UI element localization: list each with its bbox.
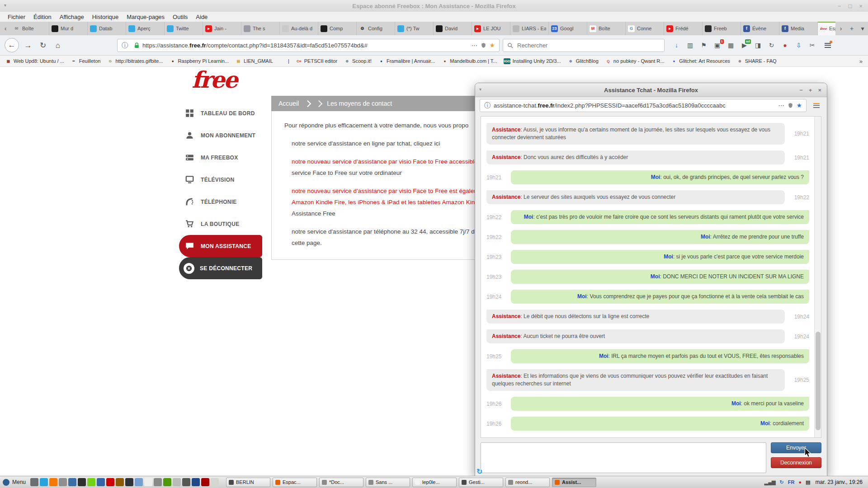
bookmark-item[interactable]: G http://bitrates.gifbite... bbox=[107, 58, 163, 64]
chat-window-titlebar[interactable]: ▾ Assistance Tchat - Mozilla Firefox − +… bbox=[475, 83, 827, 97]
bookmark-item[interactable]: ▤ LIEN_GMAIL bbox=[236, 58, 273, 64]
bookmarks-overflow-icon[interactable]: » bbox=[859, 58, 863, 65]
browser-tab[interactable]: Datab bbox=[88, 22, 126, 35]
toolbar-extension-icon[interactable]: ▦ bbox=[725, 39, 737, 52]
menu-item[interactable]: Affichage bbox=[56, 13, 88, 21]
browser-tab[interactable]: f Évène bbox=[741, 22, 779, 35]
shield-icon[interactable] bbox=[788, 103, 793, 108]
free-logo[interactable]: free bbox=[192, 69, 236, 91]
browser-tab[interactable]: free Esp × bbox=[818, 22, 835, 35]
browser-tab[interactable]: ▸ Jain - bbox=[203, 22, 241, 35]
toolbar-extension-icon[interactable]: ● bbox=[779, 39, 791, 52]
toolbar-extension-icon[interactable]: ⚑ bbox=[698, 39, 710, 52]
browser-tab[interactable]: M Boîte bbox=[587, 22, 626, 35]
close-icon[interactable]: × bbox=[818, 87, 821, 94]
send-button[interactable]: Envoyer bbox=[771, 442, 821, 453]
taskbar-app-icon[interactable] bbox=[78, 478, 86, 486]
taskbar-app-icon[interactable] bbox=[182, 478, 190, 486]
bookmark-item[interactable]: IGD Installing Unity 2D/3... bbox=[504, 58, 561, 64]
window-shade-icon[interactable]: ▾ bbox=[479, 87, 481, 92]
browser-tab[interactable]: Comp bbox=[318, 22, 357, 35]
site-info-icon[interactable]: ⓘ bbox=[122, 42, 128, 48]
bookmark-item[interactable]: ⊕ GlitchBlog bbox=[568, 58, 599, 64]
browser-tab[interactable]: (*) Tw bbox=[395, 22, 434, 35]
bookmark-item[interactable]: ● Glitchet: Art Resources bbox=[671, 58, 730, 64]
tab-scroll-right-icon[interactable]: › bbox=[835, 22, 846, 35]
minimize-icon[interactable]: − bbox=[838, 3, 841, 9]
bookmark-item[interactable]: | bbox=[280, 58, 289, 64]
browser-tab[interactable]: Au-delà d bbox=[280, 22, 318, 35]
taskbar-app-icon[interactable] bbox=[211, 478, 219, 486]
toolbar-extension-icon[interactable]: ⇩ bbox=[793, 39, 805, 52]
toolbar-extension-icon[interactable]: ▣ 1 bbox=[711, 39, 723, 52]
browser-tab[interactable]: 23 Googl bbox=[549, 22, 587, 35]
tray-icon[interactable]: FR bbox=[788, 480, 795, 485]
taskbar-window-button[interactable]: lep0le... bbox=[412, 478, 457, 487]
toolbar-extension-icon[interactable]: ↓ bbox=[670, 39, 683, 52]
sidebar-item[interactable]: MON ASSISTANCE bbox=[179, 235, 262, 257]
browser-tab[interactable]: Aperç bbox=[126, 22, 165, 35]
browser-tab[interactable]: Twitte bbox=[165, 22, 203, 35]
taskbar-window-button[interactable]: *Doc... bbox=[319, 478, 363, 487]
toolbar-extension-icon[interactable]: ▶ sd bbox=[738, 39, 750, 52]
chat-message-input[interactable] bbox=[481, 442, 766, 473]
taskbar-app-icon[interactable] bbox=[154, 478, 162, 486]
browser-tab[interactable]: f Media bbox=[779, 22, 818, 35]
forward-button[interactable]: → bbox=[22, 42, 34, 49]
taskbar-app-icon[interactable] bbox=[59, 478, 67, 486]
bookmark-star-icon[interactable]: ★ bbox=[489, 42, 495, 48]
page-actions-icon[interactable]: ⋯ bbox=[471, 42, 478, 49]
new-tab-button[interactable]: + bbox=[846, 22, 857, 35]
window-shade-icon[interactable]: ▾ bbox=[4, 3, 6, 8]
scrollbar[interactable] bbox=[814, 117, 821, 437]
taskbar-app-icon[interactable] bbox=[163, 478, 171, 486]
menu-item[interactable]: Historique bbox=[88, 13, 123, 21]
url-bar[interactable]: ⓘ https://assistance.free.fr/compte/cont… bbox=[117, 39, 500, 52]
taskbar-app-icon[interactable] bbox=[106, 478, 114, 486]
tray-icon[interactable]: ▂▄▆ bbox=[764, 480, 776, 485]
bookmark-item[interactable]: ▦ Web Upd8: Ubuntu / ... bbox=[5, 58, 64, 64]
taskbar-app-icon[interactable] bbox=[144, 478, 152, 486]
taskbar-window-button[interactable]: reond... bbox=[505, 478, 550, 487]
maximize-icon[interactable]: □ bbox=[849, 3, 852, 9]
toolbar-extension-icon[interactable]: ▥ bbox=[684, 39, 696, 52]
browser-tab[interactable]: ▸ LE JOU bbox=[472, 22, 510, 35]
sidebar-item[interactable]: MA FREEBOX bbox=[179, 146, 262, 169]
bookmark-item[interactable]: ● Mandelbulb.com | T... bbox=[442, 58, 497, 64]
site-info-icon[interactable]: ⓘ bbox=[484, 102, 491, 108]
toolbar-extension-icon[interactable]: ↻ bbox=[765, 39, 778, 52]
menu-item[interactable]: Édition bbox=[29, 13, 56, 21]
sidebar-list-icon[interactable] bbox=[810, 99, 822, 112]
taskbar-app-icon[interactable] bbox=[192, 478, 200, 486]
browser-tab[interactable]: ✉ Boîte bbox=[11, 22, 49, 35]
tray-icon[interactable]: ▤ bbox=[806, 480, 810, 485]
taskbar-app-icon[interactable] bbox=[135, 478, 143, 486]
reload-button[interactable]: ↻ bbox=[37, 42, 49, 49]
browser-tab[interactable]: ⚙ Config bbox=[357, 22, 395, 35]
sidebar-item[interactable]: TÉLÉPHONIE bbox=[179, 191, 262, 213]
menu-item[interactable]: Outils bbox=[169, 13, 192, 21]
bookmark-item[interactable]: ● Raspberry Pi Learnin... bbox=[170, 58, 229, 64]
clock[interactable]: mar. 23 janv., 19:26 bbox=[815, 479, 863, 485]
back-button[interactable]: ← bbox=[5, 38, 19, 52]
tray-icon[interactable]: ● bbox=[798, 480, 802, 485]
taskbar-window-button[interactable]: Sans ... bbox=[366, 478, 410, 487]
tab-scroll-left-icon[interactable]: ‹ bbox=[0, 22, 11, 35]
taskbar-app-icon[interactable] bbox=[125, 478, 133, 486]
tray-icon[interactable]: ↻ bbox=[780, 480, 784, 485]
home-button[interactable]: ⌂ bbox=[52, 42, 64, 49]
breadcrumb-home[interactable]: Accueil bbox=[278, 100, 299, 107]
minimize-icon[interactable]: − bbox=[799, 87, 803, 94]
bookmark-item[interactable]: C= PETSCII editor bbox=[296, 58, 337, 64]
taskbar-app-icon[interactable] bbox=[97, 478, 105, 486]
menu-item[interactable]: Fichier bbox=[4, 13, 29, 21]
taskbar-app-icon[interactable] bbox=[173, 478, 181, 486]
close-icon[interactable]: × bbox=[859, 3, 863, 9]
search-input[interactable] bbox=[516, 42, 660, 49]
taskbar-app-icon[interactable] bbox=[201, 478, 209, 486]
sidebar-item[interactable]: SE DÉCONNECTER bbox=[179, 257, 262, 279]
toolbar-extension-icon[interactable]: ✂ bbox=[806, 39, 818, 52]
bookmark-item[interactable]: Q no pubkey - Qwant R... bbox=[605, 58, 665, 64]
shield-icon[interactable] bbox=[481, 42, 486, 48]
taskbar-app-icon[interactable] bbox=[87, 478, 95, 486]
